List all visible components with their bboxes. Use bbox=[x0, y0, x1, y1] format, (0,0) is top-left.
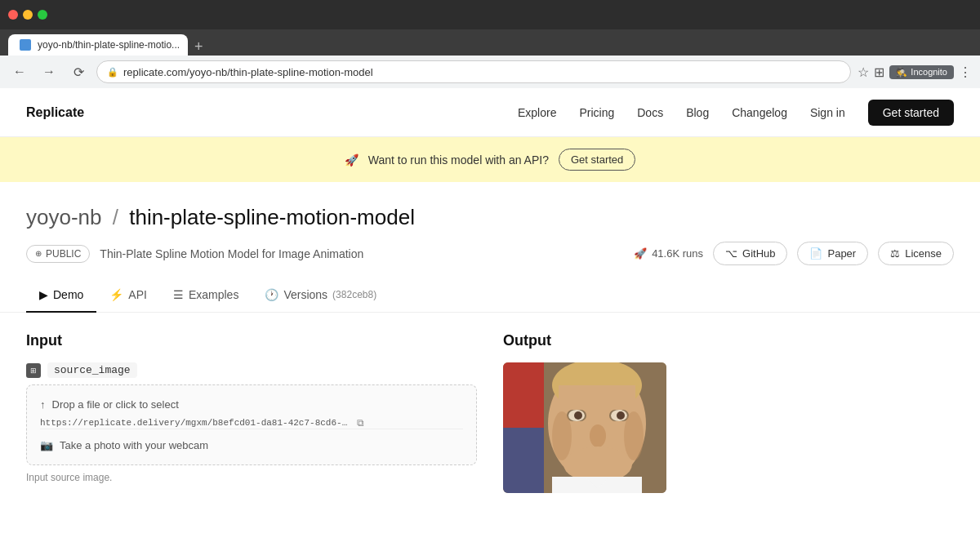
model-meta-left: ⊕ PUBLIC Thin-Plate Spline Motion Model … bbox=[26, 245, 363, 263]
svg-point-17 bbox=[624, 411, 644, 460]
close-window-btn[interactable] bbox=[8, 10, 18, 20]
file-upload-btn[interactable]: ↑ Drop a file or click to select bbox=[40, 398, 463, 411]
field-description: Input source image. bbox=[26, 472, 477, 483]
visibility-badge: ⊕ PUBLIC bbox=[26, 245, 90, 263]
page-content: Replicate Explore Pricing Docs Blog Chan… bbox=[0, 88, 980, 516]
github-icon: ⌥ bbox=[725, 247, 737, 260]
input-title: Input bbox=[26, 332, 477, 349]
file-upload-zone[interactable]: ↑ Drop a file or click to select https:/… bbox=[26, 384, 477, 465]
banner-text: Want to run this model with an API? bbox=[368, 153, 549, 167]
paper-icon: 📄 bbox=[809, 247, 822, 260]
paper-btn[interactable]: 📄 Paper bbox=[797, 242, 868, 265]
incognito-label: Incognito bbox=[911, 67, 947, 77]
github-label: GitHub bbox=[742, 247, 775, 260]
window-controls bbox=[8, 10, 47, 20]
tab-examples[interactable]: ☰ Examples bbox=[160, 278, 252, 313]
browser-chrome bbox=[0, 0, 980, 29]
license-label: License bbox=[905, 247, 942, 260]
main-content: Input ⊞ source_image ↑ Drop a file or cl… bbox=[0, 313, 980, 516]
tab-api[interactable]: ⚡ API bbox=[96, 278, 160, 313]
nav-get-started-btn[interactable]: Get started bbox=[868, 100, 954, 126]
model-meta: ⊕ PUBLIC Thin-Plate Spline Motion Model … bbox=[26, 242, 954, 265]
nav-links: Explore Pricing Docs Blog Changelog Sign… bbox=[518, 100, 954, 126]
lock-icon: 🔒 bbox=[107, 67, 118, 78]
upload-icon: ↑ bbox=[40, 398, 46, 411]
webcam-option[interactable]: 📷 Take a photo with your webcam bbox=[40, 429, 463, 451]
visibility-label: PUBLIC bbox=[46, 248, 81, 260]
address-bar-row: ← → ⟳ 🔒 replicate.com/yoyo-nb/thin-plate… bbox=[0, 56, 980, 88]
site-logo[interactable]: Replicate bbox=[26, 105, 84, 120]
globe-icon: ⊕ bbox=[35, 249, 42, 258]
versions-label: Versions bbox=[283, 288, 327, 301]
svg-point-12 bbox=[590, 424, 606, 447]
api-icon: ⚡ bbox=[109, 288, 123, 301]
forward-btn[interactable]: → bbox=[38, 60, 60, 83]
model-name: thin-plate-spline-motion-model bbox=[129, 205, 415, 229]
field-name-label: source_image bbox=[47, 362, 137, 378]
model-description: Thin-Plate Spline Motion Model for Image… bbox=[100, 247, 363, 260]
nav-blog[interactable]: Blog bbox=[686, 106, 709, 119]
api-banner: 🚀 Want to run this model with an API? Ge… bbox=[0, 137, 980, 182]
model-separator: / bbox=[113, 205, 118, 229]
model-header: yoyo-nb / thin-plate-spline-motion-model… bbox=[0, 182, 980, 278]
svg-point-16 bbox=[552, 411, 572, 460]
examples-icon: ☰ bbox=[173, 288, 184, 301]
extension-btn[interactable]: ⊞ bbox=[874, 64, 884, 80]
model-tabs: ▶ Demo ⚡ API ☰ Examples 🕐 Versions (382c… bbox=[0, 278, 980, 313]
nav-sign-in[interactable]: Sign in bbox=[810, 106, 845, 119]
model-owner[interactable]: yoyo-nb bbox=[26, 205, 102, 229]
url-text: replicate.com/yoyo-nb/thin-plate-spline-… bbox=[123, 66, 840, 78]
reload-btn[interactable]: ⟳ bbox=[67, 60, 90, 83]
active-tab[interactable]: yoyo-nb/thin-plate-spline-motio... ✕ bbox=[8, 34, 188, 56]
new-tab-btn[interactable]: + bbox=[188, 38, 210, 56]
upload-label: Drop a file or click to select bbox=[52, 398, 179, 411]
output-panel: Output bbox=[503, 332, 954, 496]
nav-docs[interactable]: Docs bbox=[637, 106, 663, 119]
minimize-window-btn[interactable] bbox=[23, 10, 33, 20]
tab-favicon bbox=[20, 39, 31, 51]
model-title: yoyo-nb / thin-plate-spline-motion-model bbox=[26, 205, 954, 230]
webcam-icon: 📷 bbox=[40, 439, 53, 451]
nav-pricing[interactable]: Pricing bbox=[579, 106, 614, 119]
nav-explore[interactable]: Explore bbox=[518, 106, 556, 119]
rocket-icon: 🚀 bbox=[634, 247, 647, 260]
maximize-window-btn[interactable] bbox=[38, 10, 47, 20]
source-image-field: ⊞ source_image ↑ Drop a file or click to… bbox=[26, 362, 477, 483]
webcam-label: Take a photo with your webcam bbox=[60, 439, 208, 451]
svg-rect-2 bbox=[503, 428, 544, 493]
bookmark-btn[interactable]: ☆ bbox=[858, 64, 869, 80]
image-icon: ⊞ bbox=[30, 367, 37, 375]
tab-bar: yoyo-nb/thin-plate-spline-motio... ✕ + bbox=[0, 29, 980, 56]
runs-count: 🚀 41.6K runs bbox=[634, 247, 703, 260]
output-image bbox=[503, 362, 666, 493]
file-url-text: https://replicate.delivery/mgxm/b8efcd01… bbox=[40, 418, 350, 428]
svg-rect-1 bbox=[503, 362, 544, 428]
demo-label: Demo bbox=[53, 288, 83, 301]
svg-point-10 bbox=[574, 411, 582, 420]
output-image-svg bbox=[503, 362, 666, 493]
paper-label: Paper bbox=[827, 247, 856, 260]
back-btn[interactable]: ← bbox=[8, 60, 31, 83]
address-bar[interactable]: 🔒 replicate.com/yoyo-nb/thin-plate-splin… bbox=[96, 60, 851, 83]
site-nav: Replicate Explore Pricing Docs Blog Chan… bbox=[0, 88, 980, 137]
tab-title: yoyo-nb/thin-plate-spline-motio... bbox=[38, 39, 180, 51]
file-url-row: https://replicate.delivery/mgxm/b8efcd01… bbox=[40, 417, 463, 429]
examples-label: Examples bbox=[189, 288, 238, 301]
banner-get-started-btn[interactable]: Get started bbox=[559, 149, 635, 171]
output-title: Output bbox=[503, 332, 954, 349]
license-btn[interactable]: ⚖ License bbox=[878, 242, 954, 265]
runs-label: 41.6K runs bbox=[652, 247, 703, 260]
incognito-icon: 🕵 bbox=[896, 67, 907, 78]
svg-point-11 bbox=[617, 411, 625, 420]
versions-icon: 🕐 bbox=[265, 288, 278, 301]
tab-versions[interactable]: 🕐 Versions (382ceb8) bbox=[252, 278, 390, 313]
menu-btn[interactable]: ⋮ bbox=[959, 64, 972, 80]
input-panel: Input ⊞ source_image ↑ Drop a file or cl… bbox=[26, 332, 477, 496]
version-hash: (382ceb8) bbox=[332, 289, 376, 300]
github-btn[interactable]: ⌥ GitHub bbox=[713, 242, 787, 265]
nav-changelog[interactable]: Changelog bbox=[732, 106, 787, 119]
field-header: ⊞ source_image bbox=[26, 362, 477, 378]
model-meta-right: 🚀 41.6K runs ⌥ GitHub 📄 Paper ⚖ License bbox=[634, 242, 954, 265]
copy-url-icon[interactable]: ⧉ bbox=[357, 417, 364, 429]
tab-demo[interactable]: ▶ Demo bbox=[26, 278, 96, 313]
